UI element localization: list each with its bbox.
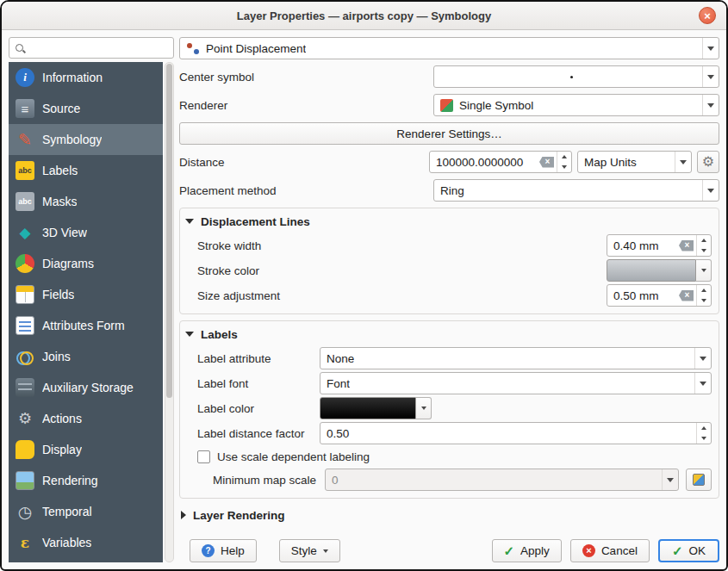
- apply-button[interactable]: Apply: [492, 539, 562, 562]
- sidebar-item-masks[interactable]: Masks: [9, 186, 163, 217]
- placement-method-combo[interactable]: Ring: [433, 179, 719, 202]
- layer-rendering-header[interactable]: Layer Rendering: [181, 505, 719, 525]
- sidebar-item-label: Diagrams: [42, 257, 94, 270]
- scale-dependent-checkbox[interactable]: [197, 450, 210, 463]
- label-font-label: Label font: [197, 377, 320, 390]
- renderer-value: Single Symbol: [459, 99, 533, 112]
- spinner-buttons[interactable]: [696, 235, 711, 256]
- temporal-clock-icon: [16, 502, 34, 521]
- renderer-combo[interactable]: Single Symbol: [433, 94, 719, 116]
- minimum-map-scale-input[interactable]: 0: [325, 469, 679, 491]
- color-dropdown-arrow-icon[interactable]: [416, 397, 432, 419]
- stroke-width-input[interactable]: 0.40 mm: [607, 234, 712, 257]
- sidebar-item-fields[interactable]: Fields: [9, 279, 163, 310]
- sidebar-item-variables[interactable]: Variables: [9, 527, 163, 558]
- scrollbar-thumb[interactable]: [166, 64, 172, 398]
- center-symbol-row: Center symbol: [179, 65, 719, 88]
- distance-input[interactable]: 100000.0000000: [429, 151, 572, 173]
- label-font-row: Label font Font: [197, 372, 712, 394]
- sidebar-item-attributes-form[interactable]: Attributes Form: [9, 310, 163, 341]
- dropdown-arrow-icon: [675, 152, 691, 172]
- label-color-control: [320, 397, 432, 419]
- stroke-color-swatch[interactable]: [607, 259, 696, 282]
- clear-value-icon[interactable]: [679, 290, 694, 301]
- data-defined-override-button[interactable]: [697, 151, 719, 173]
- dropdown-arrow-icon[interactable]: [694, 373, 711, 394]
- sidebar-item-rendering[interactable]: Rendering: [9, 465, 163, 496]
- sidebar-item-source[interactable]: Source: [9, 93, 163, 124]
- clear-value-icon[interactable]: [539, 157, 554, 168]
- sidebar-scrollbar[interactable]: [165, 62, 174, 562]
- renderer-type-combo[interactable]: Point Displacement: [179, 37, 719, 59]
- window-title: Layer Properties — airports copy — Symbo…: [237, 9, 491, 22]
- sidebar-item-partial[interactable]: [9, 558, 163, 562]
- style-button[interactable]: Style: [279, 539, 340, 562]
- spinner-buttons[interactable]: [557, 152, 571, 172]
- displacement-lines-header[interactable]: Displacement Lines: [185, 211, 713, 232]
- layer-properties-window: Layer Properties — airports copy — Symbo…: [0, 0, 728, 571]
- label-attribute-combo[interactable]: None: [320, 347, 712, 369]
- sidebar-item-display[interactable]: Display: [9, 434, 163, 465]
- label-font-combo[interactable]: Font: [320, 372, 712, 394]
- spinner-buttons[interactable]: [696, 423, 711, 444]
- collapse-arrow-icon: [185, 332, 194, 337]
- help-button[interactable]: Help: [190, 539, 257, 562]
- labels-group-header[interactable]: Labels: [185, 324, 713, 344]
- point-marker-icon: [570, 76, 573, 78]
- sidebar-item-information[interactable]: Information: [9, 62, 163, 93]
- source-icon: [16, 99, 34, 118]
- sidebar-item-labels[interactable]: Labels: [9, 155, 163, 186]
- distance-row: Distance 100000.0000000 Map Units: [179, 151, 719, 173]
- sidebar-item-temporal[interactable]: Temporal: [9, 496, 163, 527]
- sidebar-item-label: 3D View: [42, 226, 87, 239]
- label-color-swatch[interactable]: [320, 397, 416, 419]
- label-distance-factor-input[interactable]: 0.50: [320, 422, 712, 444]
- single-symbol-icon: [440, 99, 453, 112]
- color-dropdown-arrow-icon[interactable]: [696, 259, 712, 282]
- spinner-buttons[interactable]: [696, 285, 711, 306]
- help-label: Help: [221, 544, 245, 557]
- set-to-canvas-scale-button[interactable]: [686, 469, 712, 491]
- sidebar-item-3d-view[interactable]: 3D View: [9, 217, 163, 248]
- close-button[interactable]: [699, 7, 716, 24]
- size-adjustment-input[interactable]: 0.50 mm: [607, 284, 712, 307]
- auxiliary-storage-icon: [16, 378, 34, 397]
- center-symbol-label: Center symbol: [179, 71, 254, 84]
- dialog-body: Information Source Symbology Labels: [2, 30, 726, 569]
- clear-value-icon[interactable]: [679, 240, 694, 251]
- sidebar-item-label: Variables: [42, 536, 91, 549]
- titlebar[interactable]: Layer Properties — airports copy — Symbo…: [2, 2, 726, 30]
- fields-table-icon: [16, 285, 34, 304]
- sidebar-item-auxiliary-storage[interactable]: Auxiliary Storage: [9, 372, 163, 403]
- center-symbol-button[interactable]: [433, 65, 719, 88]
- renderer-settings-label: Renderer Settings…: [396, 127, 501, 140]
- ok-label: OK: [688, 544, 706, 557]
- center-symbol-preview: [440, 76, 702, 78]
- renderer-settings-button[interactable]: Renderer Settings…: [179, 122, 719, 145]
- sidebar-item-label: Temporal: [42, 505, 92, 518]
- sidebar-item-label: Auxiliary Storage: [42, 381, 134, 394]
- sidebar-item-diagrams[interactable]: Diagrams: [9, 248, 163, 279]
- search-box[interactable]: [9, 37, 174, 59]
- search-input[interactable]: [26, 41, 169, 54]
- label-distance-factor-label: Label distance factor: [197, 427, 320, 440]
- sidebar-item-joins[interactable]: Joins: [9, 341, 163, 372]
- dropdown-arrow-icon[interactable]: [702, 66, 719, 87]
- label-attribute-row: Label attribute None: [197, 347, 712, 369]
- joins-icon: [16, 347, 34, 366]
- ok-button[interactable]: OK: [658, 539, 719, 562]
- sidebar-item-actions[interactable]: Actions: [9, 403, 163, 434]
- scale-dependent-row: Use scale dependent labeling: [197, 447, 712, 466]
- minimum-map-scale-label: Minimum map scale: [213, 474, 316, 487]
- cancel-button[interactable]: Cancel: [570, 539, 650, 562]
- label-attribute-label: Label attribute: [197, 352, 320, 365]
- label-distance-factor-value: 0.50: [327, 427, 696, 440]
- sidebar-item-symbology[interactable]: Symbology: [9, 124, 163, 155]
- symbology-brush-icon: [16, 130, 34, 149]
- information-icon: [16, 68, 34, 87]
- style-menu-arrow-icon: [323, 549, 328, 553]
- sidebar-item-label: Source: [42, 102, 80, 115]
- sidebar: Information Source Symbology Labels: [9, 37, 174, 562]
- distance-units-combo[interactable]: Map Units: [577, 151, 692, 173]
- sidebar-item-label: Masks: [42, 195, 77, 208]
